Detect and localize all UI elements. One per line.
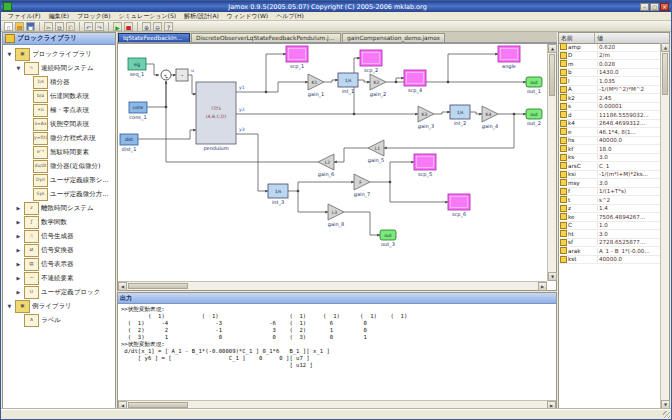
property-row[interactable]: ksi-1/(m*l+M)*2ks... bbox=[559, 171, 661, 180]
sidebar-item-state-space[interactable]: ẋ=Ax状態空間表現 bbox=[3, 117, 115, 131]
property-value[interactable]: 2648.4699312... bbox=[598, 120, 661, 126]
scrollbar-thumb[interactable] bbox=[549, 54, 555, 96]
property-row[interactable]: l1.035 bbox=[559, 77, 661, 86]
property-row[interactable]: arsCC_1 bbox=[559, 162, 661, 171]
cut-icon[interactable]: ✂ bbox=[44, 22, 53, 31]
redo-icon[interactable]: ↷ bbox=[95, 22, 104, 31]
property-value[interactable]: 40000.0 bbox=[598, 137, 661, 143]
properties-value-column-header[interactable]: 値 bbox=[595, 33, 669, 43]
property-row[interactable]: b1430.0 bbox=[559, 69, 661, 78]
property-value[interactable]: 2728.6525877... bbox=[598, 239, 661, 245]
chevron-down-icon[interactable]: ▼ bbox=[6, 303, 13, 309]
property-value[interactable]: 7506.4894267... bbox=[598, 214, 661, 220]
property-value[interactable]: 1.4 bbox=[598, 205, 661, 211]
block-gain_7[interactable] bbox=[354, 174, 370, 190]
property-row[interactable]: e46.1*4, 8(1... bbox=[559, 128, 661, 137]
chevron-right-icon[interactable]: ▶ bbox=[15, 233, 22, 239]
property-value[interactable]: A_1 - B_1*(-0.00... bbox=[598, 248, 661, 254]
tab-discrete-observer-lq-state-feedback-pendulum[interactable]: DiscreteObserverLqStateFeedbackPendulum.… bbox=[191, 33, 341, 42]
property-row[interactable]: hs40000.0 bbox=[559, 137, 661, 146]
property-row[interactable]: m0.028 bbox=[559, 60, 661, 69]
sidebar-item-math-functions[interactable]: ▶ƒ数学関数 bbox=[3, 215, 115, 229]
chevron-down-icon[interactable]: ▼ bbox=[6, 51, 13, 57]
scrollbar-track[interactable] bbox=[189, 401, 547, 409]
chevron-down-icon[interactable]: ▼ bbox=[15, 65, 22, 71]
diagram-canvas[interactable]: sigseq_1++⌁ｼｽﾃﾑ(A,B,C,D)pendulumconscons… bbox=[117, 43, 557, 291]
property-value[interactable]: 2.45 bbox=[598, 95, 661, 101]
property-value[interactable]: 40000.0 bbox=[598, 256, 661, 262]
property-row[interactable]: amp0.620 bbox=[559, 43, 661, 52]
property-value[interactable]: 0.028 bbox=[598, 61, 661, 67]
undo-icon[interactable]: ↶ bbox=[84, 22, 93, 31]
save-icon[interactable]: ▣ bbox=[26, 22, 35, 31]
zoom-out-icon[interactable]: ⊖ bbox=[153, 22, 162, 31]
property-value[interactable]: 0.620 bbox=[598, 44, 661, 50]
sidebar-item-discontinuities[interactable]: ▶⎓不連続要素 bbox=[3, 271, 115, 285]
minimize-button[interactable]: – bbox=[640, 3, 649, 11]
property-row[interactable]: d11186.5559032... bbox=[559, 111, 661, 120]
output-horizontal-scrollbar[interactable]: ◀ ▶ bbox=[118, 400, 556, 409]
property-row[interactable]: C1.0 bbox=[559, 222, 661, 231]
scroll-up-button[interactable]: ▲ bbox=[661, 43, 670, 52]
scrollbar-track[interactable] bbox=[189, 282, 538, 290]
open-folder-icon[interactable]: ▨ bbox=[15, 22, 24, 31]
maximize-button[interactable]: □ bbox=[650, 3, 659, 11]
property-row[interactable]: ke7506.4894267... bbox=[559, 213, 661, 222]
property-row[interactable]: arakA_1 - B_1*(-0.00... bbox=[559, 247, 661, 256]
canvas-horizontal-scrollbar[interactable]: ◀ ▶ bbox=[118, 281, 547, 290]
property-value[interactable]: C_1 bbox=[598, 163, 661, 169]
chevron-right-icon[interactable]: ▶ bbox=[15, 247, 22, 253]
scrollbar-track[interactable] bbox=[661, 96, 669, 400]
property-row[interactable]: sf2728.6525877... bbox=[559, 239, 661, 248]
new-file-icon[interactable]: ▯ bbox=[4, 22, 13, 31]
property-row[interactable]: ht3.0 bbox=[559, 230, 661, 239]
property-row[interactable]: msy3.0 bbox=[559, 179, 661, 188]
property-row[interactable]: z1.4 bbox=[559, 205, 661, 214]
property-value[interactable]: 2/m bbox=[598, 52, 661, 58]
sidebar-item-continuous-time-systems[interactable]: ▼∿連続時間システム bbox=[3, 61, 115, 75]
sidebar-item-pole-zero[interactable]: ×o極・零点表現 bbox=[3, 103, 115, 117]
menu-simulation[interactable]: シミュレーション(S) bbox=[115, 12, 180, 21]
canvas-vertical-scrollbar[interactable]: ▲ ▼ bbox=[547, 44, 556, 281]
paste-icon[interactable]: ⎗ bbox=[66, 22, 75, 31]
sidebar-item-user-defined-linear[interactable]: Dynユーザ定義線形シ... bbox=[3, 173, 115, 187]
property-value[interactable]: -1/(M*l^2)*M^2 bbox=[598, 86, 661, 92]
titlebar[interactable]: Jamox 0.9.5(2005.05.07) Copyright (C) 20… bbox=[1, 1, 671, 12]
block-pendulum[interactable] bbox=[196, 82, 236, 144]
scroll-right-button[interactable]: ▶ bbox=[538, 282, 547, 291]
property-row[interactable]: s0.00001 bbox=[559, 103, 661, 112]
property-row[interactable]: kf18.0 bbox=[559, 145, 661, 154]
property-value[interactable]: 0.00001 bbox=[598, 103, 661, 109]
block-diagram-svg[interactable]: sigseq_1++⌁ｼｽﾃﾑ(A,B,C,D)pendulumconscons… bbox=[118, 44, 551, 283]
property-row[interactable]: kst40000.0 bbox=[559, 256, 661, 265]
resize-grip[interactable] bbox=[663, 411, 670, 418]
scroll-down-button[interactable]: ▼ bbox=[661, 400, 670, 409]
sidebar-item-signal-converters[interactable]: ▶⇄信号変換器 bbox=[3, 243, 115, 257]
tab-lq-state-feedback-inverted-pendulum[interactable]: lqStateFeedbackInvertedPendulum.jamox bbox=[118, 33, 190, 42]
run-icon[interactable]: ▶ bbox=[113, 22, 122, 31]
menu-window[interactable]: ウィンドウ(W) bbox=[223, 12, 272, 21]
property-value[interactable]: 46.1*4, 8(1... bbox=[598, 129, 661, 135]
sidebar-item-user-defined-blocks[interactable]: ▶Uユーザ定義ブロック bbox=[3, 285, 115, 299]
sidebar-item-dead-time[interactable]: e⁻ˢ無駄時間要素 bbox=[3, 145, 115, 159]
sidebar-item-label-block[interactable]: Aラベル bbox=[3, 313, 115, 327]
zoom-in-icon[interactable]: ⊕ bbox=[142, 22, 151, 31]
scroll-down-button[interactable]: ▼ bbox=[548, 272, 557, 281]
chevron-right-icon[interactable]: ▶ bbox=[15, 261, 22, 267]
scrollbar-thumb[interactable] bbox=[662, 53, 668, 95]
property-value[interactable]: 11186.5559032... bbox=[598, 112, 661, 118]
menu-block[interactable]: ブロック(B) bbox=[73, 12, 114, 21]
properties-name-column-header[interactable]: 名前 bbox=[559, 33, 595, 43]
menu-analysis-design[interactable]: 解析/設計(A) bbox=[180, 12, 223, 21]
property-row[interactable]: k22.45 bbox=[559, 94, 661, 103]
chevron-right-icon[interactable]: ▶ bbox=[15, 205, 22, 211]
property-value[interactable]: 3.0 bbox=[598, 180, 661, 186]
property-value[interactable]: 3.0 bbox=[598, 154, 661, 160]
output-log[interactable]: >>状態変動表現: ( 1) ( 1) ( 1) ( 1) ( 1) ( 1) … bbox=[118, 304, 556, 400]
scrollbar-thumb[interactable] bbox=[128, 402, 188, 408]
property-value[interactable]: 3.0 bbox=[598, 231, 661, 237]
menu-help[interactable]: ヘルプ(H) bbox=[272, 12, 308, 21]
sidebar-item-block-library-root[interactable]: ▼▣ブロックライブラリ bbox=[3, 47, 115, 61]
property-row[interactable]: f1/(1+T*s) bbox=[559, 188, 661, 197]
sidebar-item-signal-sources[interactable]: ▶⎍信号生成器 bbox=[3, 229, 115, 243]
